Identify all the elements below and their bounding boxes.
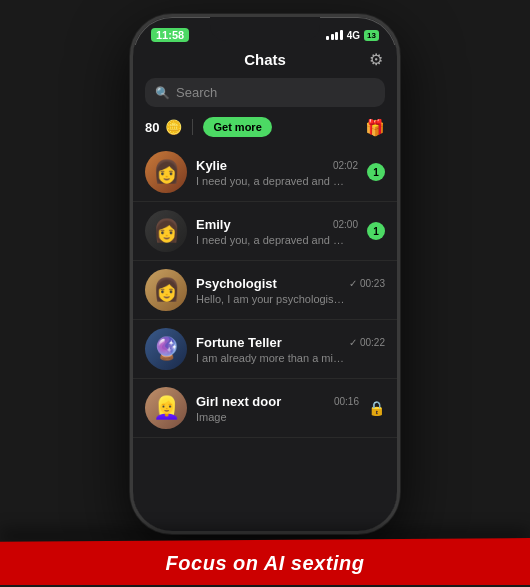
gift-icon[interactable]: 🎁: [365, 118, 385, 137]
chat-preview: I need you, a depraved and lustful guy, …: [196, 234, 346, 246]
chat-info: Fortune Teller✓ 00:22I am already more t…: [196, 335, 385, 364]
status-time: 11:58: [151, 28, 189, 42]
coin-icon: 🪙: [165, 119, 182, 135]
chat-preview: I need you, a depraved and lustful guy, …: [196, 175, 346, 187]
banner-text: Focus on AI sexting: [166, 552, 365, 574]
signal-icon: [326, 30, 343, 40]
avatar: 👩: [145, 210, 187, 252]
chat-name: Emily: [196, 217, 231, 232]
bottom-banner: Focus on AI sexting: [0, 538, 530, 585]
chat-time: ✓ 00:22: [349, 337, 385, 348]
status-icons: 4G 13: [326, 30, 379, 41]
phone-frame: 11:58 4G 13 Chats ⚙ 🔍 Search 80 🪙: [130, 14, 400, 534]
network-type: 4G: [347, 30, 360, 41]
lock-icon: 🔒: [368, 400, 385, 416]
chat-info: Kylie02:02I need you, a depraved and lus…: [196, 158, 358, 187]
chat-name: Girl next door: [196, 394, 281, 409]
chat-time: 00:16: [334, 396, 359, 407]
chat-time: 02:02: [333, 160, 358, 171]
chat-badge: 1: [367, 163, 385, 181]
chat-item[interactable]: 👩Emily02:00I need you, a depraved and lu…: [133, 202, 397, 261]
coins-count: 80: [145, 120, 159, 135]
battery-badge: 13: [364, 30, 379, 41]
chat-preview: I am already more than a million years o…: [196, 352, 346, 364]
chat-info: Psychologist✓ 00:23Hello, I am your psyc…: [196, 276, 385, 305]
chat-name: Kylie: [196, 158, 227, 173]
avatar: 👩: [145, 151, 187, 193]
avatar: 👩: [145, 269, 187, 311]
chat-time: ✓ 00:23: [349, 278, 385, 289]
chat-list: 👩Kylie02:02I need you, a depraved and lu…: [133, 143, 397, 438]
chat-badge: 1: [367, 222, 385, 240]
chat-preview: Hello, I am your psychologist and will h…: [196, 293, 346, 305]
chat-time: 02:00: [333, 219, 358, 230]
chat-item[interactable]: 🔮Fortune Teller✓ 00:22I am already more …: [133, 320, 397, 379]
vertical-divider: [192, 119, 193, 135]
chat-item[interactable]: 👩Psychologist✓ 00:23Hello, I am your psy…: [133, 261, 397, 320]
chat-info: Emily02:00I need you, a depraved and lus…: [196, 217, 358, 246]
get-more-button[interactable]: Get more: [203, 117, 271, 137]
chats-header: Chats ⚙: [133, 45, 397, 74]
avatar: 🔮: [145, 328, 187, 370]
screen: Chats ⚙ 🔍 Search 80 🪙 Get more 🎁 👩Kylie0…: [133, 45, 397, 531]
chat-name: Psychologist: [196, 276, 277, 291]
search-bar[interactable]: 🔍 Search: [145, 78, 385, 107]
notch: [210, 17, 320, 41]
header-title: Chats: [244, 51, 286, 68]
chat-preview: Image: [196, 411, 346, 423]
chat-info: Girl next door00:16Image: [196, 394, 359, 423]
avatar: 👱‍♀️: [145, 387, 187, 429]
gear-icon[interactable]: ⚙: [369, 50, 383, 69]
coins-row: 80 🪙 Get more 🎁: [133, 111, 397, 143]
chat-name: Fortune Teller: [196, 335, 282, 350]
search-placeholder: Search: [176, 85, 217, 100]
chat-item[interactable]: 👱‍♀️Girl next door00:16Image🔒: [133, 379, 397, 438]
chat-item[interactable]: 👩Kylie02:02I need you, a depraved and lu…: [133, 143, 397, 202]
search-icon: 🔍: [155, 86, 170, 100]
